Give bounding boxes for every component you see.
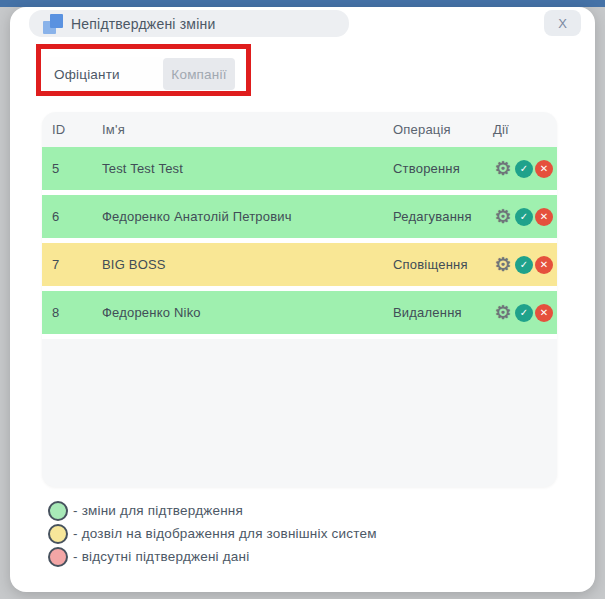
reject-x-icon[interactable]: ✕: [535, 160, 553, 178]
row-id-cell: 7: [52, 257, 102, 272]
legend-color-circle: [48, 524, 68, 544]
row-id-cell: 5: [52, 161, 102, 176]
approve-check-icon[interactable]: ✓: [515, 208, 533, 226]
table-row: 8Федоренко NikoВидалення⚙✓✕: [42, 291, 557, 339]
table-row: 5Test Test TestСтворення⚙✓✕: [42, 147, 557, 195]
row-operation-cell: Видалення: [393, 305, 493, 320]
table-header-row: ID Ім'я Операція Дії: [42, 112, 557, 147]
row-actions: ⚙✓✕: [493, 255, 557, 275]
close-button[interactable]: X: [544, 10, 581, 36]
legend-item: - зміни для підтвердження: [48, 500, 377, 521]
legend-label: - зміни для підтвердження: [73, 503, 243, 518]
modal-unconfirmed-changes: Непідтверджені зміни X Офіціанти Компані…: [10, 7, 595, 592]
header-name: Ім'я: [102, 122, 393, 137]
row-actions: ⚙✓✕: [493, 207, 557, 227]
legend-color-circle: [48, 501, 68, 521]
table-row: 6Федоренко Анатолій ПетровичРедагування⚙…: [42, 195, 557, 243]
legend-item: - дозвіл на відображення для зовнішніх с…: [48, 523, 377, 544]
row-operation-cell: Створення: [393, 161, 493, 176]
modal-header: Непідтверджені зміни: [29, 10, 349, 37]
gear-icon[interactable]: ⚙: [493, 255, 513, 275]
row-actions: ⚙✓✕: [493, 303, 557, 323]
legend-label: - відсутні підтверджені дані: [73, 549, 249, 564]
reject-x-icon[interactable]: ✕: [535, 208, 553, 226]
row-name-cell: Федоренко Niko: [102, 305, 393, 320]
table-row: 7BIG BOSSСповіщення⚙✓✕: [42, 243, 557, 291]
reject-x-icon[interactable]: ✕: [535, 256, 553, 274]
legend-label: - дозвіл на відображення для зовнішніх с…: [73, 526, 377, 541]
row-id-cell: 6: [52, 209, 102, 224]
reject-x-icon[interactable]: ✕: [535, 304, 553, 322]
row-name-cell: Федоренко Анатолій Петрович: [102, 209, 393, 224]
gear-icon[interactable]: ⚙: [493, 159, 513, 179]
gear-icon[interactable]: ⚙: [493, 207, 513, 227]
approve-check-icon[interactable]: ✓: [515, 160, 533, 178]
legend-item: - відсутні підтверджені дані: [48, 546, 377, 567]
table-body: 5Test Test TestСтворення⚙✓✕6Федоренко Ан…: [42, 147, 557, 339]
row-id-cell: 8: [52, 305, 102, 320]
header-id: ID: [52, 122, 102, 137]
header-actions: Дії: [493, 122, 557, 137]
page-top-bar: [0, 0, 605, 7]
tab-waiters[interactable]: Офіціанти: [43, 57, 163, 91]
row-actions: ⚙✓✕: [493, 159, 557, 179]
row-operation-cell: Редагування: [393, 209, 493, 224]
row-operation-cell: Сповіщення: [393, 257, 493, 272]
gear-icon[interactable]: ⚙: [493, 303, 513, 323]
copy-squares-icon: [43, 14, 63, 34]
legend-color-circle: [48, 547, 68, 567]
approve-check-icon[interactable]: ✓: [515, 304, 533, 322]
modal-title: Непідтверджені зміни: [71, 16, 215, 32]
tab-companies[interactable]: Компанії: [163, 58, 235, 90]
changes-table: ID Ім'я Операція Дії 5Test Test TestСтво…: [42, 112, 557, 487]
row-name-cell: BIG BOSS: [102, 257, 393, 272]
row-name-cell: Test Test Test: [102, 161, 393, 176]
approve-check-icon[interactable]: ✓: [515, 256, 533, 274]
header-operation: Операція: [393, 122, 493, 137]
legend: - зміни для підтвердження- дозвіл на від…: [48, 500, 377, 567]
